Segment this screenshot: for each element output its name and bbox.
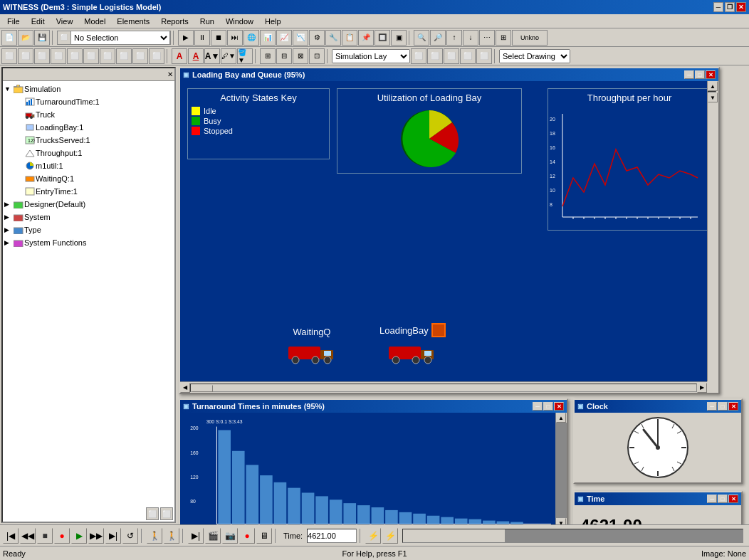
tb2-btn-11[interactable]: A (172, 48, 187, 64)
tree-item-trucksserved[interactable]: 123 TrucksServed:1 (4, 134, 173, 147)
expand-simulation[interactable]: ▼ (4, 85, 13, 93)
ctrl-step2[interactable]: ▶| (188, 528, 204, 544)
hscroll-thumb[interactable] (192, 385, 213, 392)
tree-item-system[interactable]: ▶ System (4, 211, 173, 223)
tb-btn-6[interactable]: 📊 (260, 30, 276, 46)
tb-btn-5[interactable]: 🌐 (243, 30, 259, 46)
tb2-btn-12[interactable]: A (188, 48, 204, 64)
ctrl-stepback[interactable]: ◀◀ (20, 528, 36, 544)
clock-minimize[interactable]: ─ (707, 402, 717, 411)
tree-item-designer[interactable]: ▶ Designer(Default) (4, 198, 173, 211)
tb2-btn-8[interactable]: ⬜ (116, 48, 132, 64)
expand-type[interactable]: ▶ (4, 226, 13, 233)
tree-item-turnaround[interactable]: TurnaroundTime:1 (4, 95, 173, 108)
run-btn[interactable]: ▶ (178, 30, 194, 46)
tree-item-throughput[interactable]: Throughput:1 (4, 147, 173, 159)
ctrl-rewind[interactable]: |◀ (3, 528, 19, 544)
select-drawing-select[interactable]: Select Drawing (499, 49, 570, 63)
loading-bay-minimize[interactable]: ─ (684, 70, 694, 79)
turnaround-close[interactable]: ✕ (554, 402, 564, 411)
tb2-btn-grid[interactable]: ⊞ (260, 48, 276, 64)
grid-btn[interactable]: ⊞ (496, 30, 511, 46)
tb-btn-8[interactable]: 📉 (293, 30, 308, 46)
vscroll-up[interactable]: ▲ (708, 81, 718, 91)
ctrl-misc2[interactable]: ⚡ (382, 528, 398, 544)
ctrl-stop[interactable]: ■ (37, 528, 53, 544)
ctrl-film[interactable]: 🎬 (205, 528, 221, 544)
hscroll-left[interactable]: ◀ (180, 383, 190, 393)
tb-btn-14[interactable]: ▣ (391, 30, 407, 46)
close-btn[interactable]: ✕ (736, 2, 746, 12)
unknown-btn[interactable]: Unkno (512, 30, 548, 46)
fill-btn[interactable]: 🖊▼ (221, 48, 236, 64)
time-close[interactable]: ✕ (728, 495, 738, 503)
menu-reports[interactable]: Reports (155, 16, 194, 27)
tb-btn-7[interactable]: 📈 (276, 30, 292, 46)
tb-btn-11[interactable]: 📋 (342, 30, 357, 46)
zoom-btn[interactable]: 🔎 (430, 30, 446, 46)
minimize-btn[interactable]: ─ (713, 2, 723, 12)
tb2-btn-tbl[interactable]: ⊟ (276, 48, 292, 64)
tree-item-m1util[interactable]: m1util:1 (4, 159, 173, 172)
tb2-btn-4[interactable]: ⬜ (51, 48, 66, 64)
tree-panel-btn2[interactable]: ⬜ (160, 507, 173, 520)
tb-btn-2[interactable]: ⏸ (194, 30, 210, 46)
tb2-btn-3[interactable]: ⬜ (34, 48, 50, 64)
expand-system[interactable]: ▶ (4, 213, 13, 221)
selection-dropdown[interactable]: No Selection (70, 31, 170, 45)
tb-btn-10[interactable]: 🔧 (325, 30, 341, 46)
tb2-btn-2[interactable]: ⬜ (18, 48, 33, 64)
tb2-btn-6[interactable]: ⬜ (83, 48, 99, 64)
tb-btn-4[interactable]: ⏭ (227, 30, 243, 46)
tb-btn-13[interactable]: 🔲 (374, 30, 390, 46)
restore-btn[interactable]: ❐ (725, 2, 735, 12)
new-btn[interactable]: 📄 (1, 30, 17, 46)
tb2-btn-row[interactable]: ⊡ (309, 48, 325, 64)
tb2-btn-7[interactable]: ⬜ (100, 48, 115, 64)
menu-elements[interactable]: Elements (111, 16, 155, 27)
ctrl-repeat[interactable]: ↺ (122, 528, 138, 544)
tb-btn-12[interactable]: 📌 (358, 30, 374, 46)
speed-slider-thumb[interactable] (403, 529, 505, 542)
ctrl-screen[interactable]: 🖥 (256, 528, 272, 544)
tb2-btn-1[interactable]: ⬜ (1, 48, 17, 64)
expand-sysfunc[interactable]: ▶ (4, 239, 13, 246)
font-color-btn[interactable]: A▼ (204, 48, 220, 64)
turnaround-vscroll-down[interactable]: ▼ (556, 518, 566, 524)
ctrl-misc1[interactable]: ⚡ (365, 528, 381, 544)
clock-maximize[interactable]: □ (718, 402, 728, 411)
tb2-layer-btn4[interactable]: ⬜ (460, 48, 476, 64)
tb2-layer-btn2[interactable]: ⬜ (427, 48, 443, 64)
turnaround-vscroll[interactable]: ▲ ▼ (555, 413, 567, 524)
ctrl-walk[interactable]: 🚶 (147, 528, 162, 544)
turnaround-minimize[interactable]: ─ (533, 402, 543, 411)
turnaround-vscroll-track[interactable] (556, 423, 567, 518)
loading-bay-close[interactable]: ✕ (706, 70, 716, 79)
tree-item-simulation[interactable]: ▼ Simulation (4, 83, 173, 95)
tb2-layer-btn5[interactable]: ⬜ (476, 48, 492, 64)
menu-run[interactable]: Run (194, 16, 220, 27)
hscroll-right[interactable]: ▶ (697, 383, 707, 393)
expand-designer[interactable]: ▶ (4, 201, 13, 208)
hscroll-track[interactable] (190, 384, 697, 392)
open-btn[interactable]: 📂 (18, 30, 33, 46)
vscroll-down[interactable]: ▼ (708, 93, 718, 102)
ctrl-record[interactable]: ● (54, 528, 70, 544)
tb2-layer-btn[interactable]: ⬜ (411, 48, 426, 64)
ctrl-rec2[interactable]: ● (239, 528, 255, 544)
tb2-btn-10[interactable]: ⬜ (149, 48, 164, 64)
loading-bay-vscroll[interactable]: ▲ ▼ (707, 81, 718, 381)
tree-panel-btn1[interactable]: ⬜ (146, 507, 159, 520)
menu-edit[interactable]: Edit (26, 16, 51, 27)
menu-file[interactable]: File (1, 16, 26, 27)
tb2-btn-col[interactable]: ⊠ (293, 48, 308, 64)
ctrl-cam[interactable]: 📷 (222, 528, 238, 544)
turnaround-vscroll-up[interactable]: ▲ (556, 413, 566, 423)
tb2-btn-9[interactable]: ⬜ (132, 48, 148, 64)
tb2-btn-5[interactable]: ⬜ (67, 48, 83, 64)
paint-btn[interactable]: 🪣▼ (237, 48, 253, 64)
tree-item-waitingq[interactable]: WaitingQ:1 (4, 172, 173, 185)
ctrl-fastforward[interactable]: ▶| (105, 528, 121, 544)
time-maximize[interactable]: □ (718, 495, 728, 503)
tree-close-btn[interactable]: ✕ (167, 70, 173, 78)
